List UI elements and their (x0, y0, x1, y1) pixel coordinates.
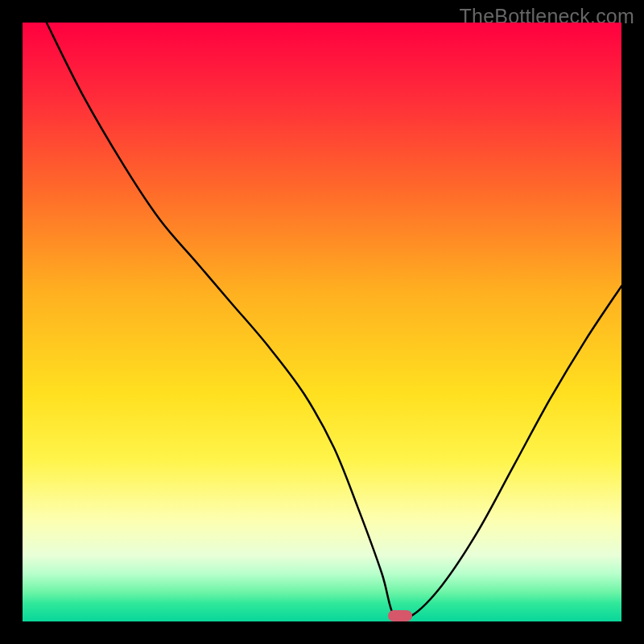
bottleneck-curve (23, 23, 621, 621)
optimal-marker (388, 610, 412, 621)
chart-plot-area (23, 23, 621, 621)
